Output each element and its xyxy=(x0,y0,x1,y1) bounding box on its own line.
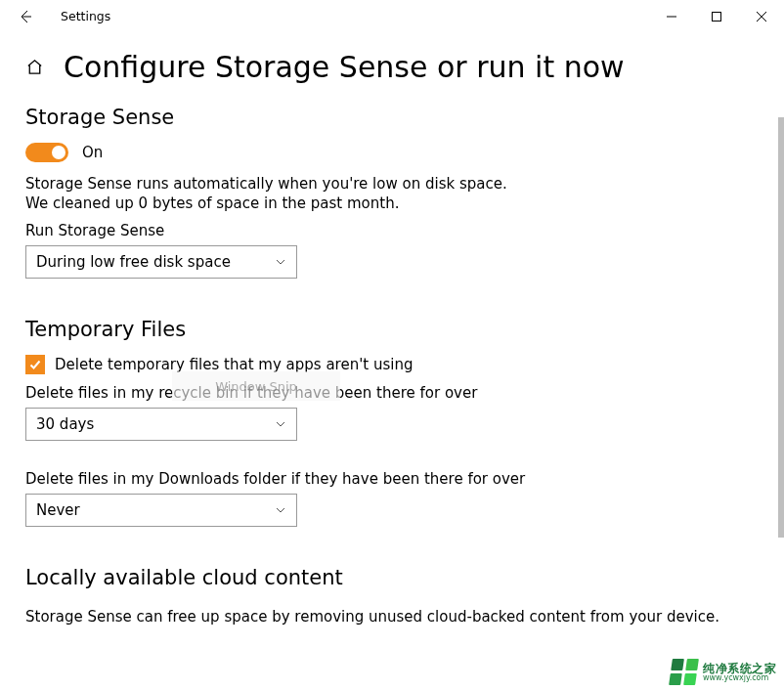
checkmark-icon xyxy=(28,358,42,371)
watermark-line1: 纯净系统之家 xyxy=(703,663,776,674)
delete-temp-checkbox[interactable] xyxy=(25,355,45,374)
page-title: Configure Storage Sense or run it now xyxy=(64,50,625,84)
close-button[interactable] xyxy=(739,0,784,32)
maximize-button[interactable] xyxy=(694,0,739,32)
back-arrow-icon xyxy=(18,9,33,24)
cloud-content-section: Locally available cloud content Storage … xyxy=(25,566,759,626)
downloads-dropdown[interactable]: Never xyxy=(25,494,297,527)
delete-temp-checkbox-row: Delete temporary files that my apps aren… xyxy=(25,355,759,374)
minimize-icon xyxy=(667,12,676,22)
chevron-down-icon xyxy=(275,256,286,268)
chevron-down-icon xyxy=(275,504,286,516)
temporary-files-section: Temporary Files Delete temporary files t… xyxy=(25,318,759,527)
run-storage-sense-label: Run Storage Sense xyxy=(25,222,759,239)
dropdown-value: Never xyxy=(36,501,275,519)
run-storage-sense-dropdown[interactable]: During low free disk space xyxy=(25,245,297,279)
desc-line-1: Storage Sense runs automatically when yo… xyxy=(25,175,507,193)
home-button[interactable] xyxy=(25,58,44,76)
dropdown-value: During low free disk space xyxy=(36,253,275,271)
desc-line-2: We cleaned up 0 bytes of space in the pa… xyxy=(25,194,399,212)
home-icon xyxy=(25,58,44,76)
storage-sense-section: Storage Sense On Storage Sense runs auto… xyxy=(25,106,759,279)
page-header: Configure Storage Sense or run it now xyxy=(25,50,759,84)
dropdown-value: 30 days xyxy=(36,415,275,433)
maximize-icon xyxy=(712,12,721,22)
delete-temp-label: Delete temporary files that my apps aren… xyxy=(55,356,413,373)
window-title: Settings xyxy=(51,9,110,23)
storage-sense-toggle[interactable] xyxy=(25,143,68,162)
titlebar: Settings xyxy=(0,0,784,32)
svg-rect-0 xyxy=(713,12,721,21)
toggle-knob xyxy=(52,146,65,159)
cloud-content-desc: Storage Sense can free up space by remov… xyxy=(25,607,759,626)
toggle-state-label: On xyxy=(82,144,103,161)
recycle-bin-dropdown[interactable]: 30 days xyxy=(25,408,297,441)
watermark-logo-icon xyxy=(669,659,699,685)
back-button[interactable] xyxy=(0,0,51,32)
chevron-down-icon xyxy=(275,418,286,430)
minimize-button[interactable] xyxy=(649,0,694,32)
watermark-line2: www.ycwxjy.com xyxy=(703,674,776,682)
watermark: 纯净系统之家 www.ycwxjy.com xyxy=(671,659,776,685)
storage-sense-toggle-row: On xyxy=(25,143,759,162)
content-area: Configure Storage Sense or run it now St… xyxy=(0,32,784,626)
recycle-bin-label: Delete files in my recycle bin if they h… xyxy=(25,384,759,402)
storage-sense-title: Storage Sense xyxy=(25,106,759,129)
storage-sense-desc: Storage Sense runs automatically when yo… xyxy=(25,174,759,214)
temporary-files-title: Temporary Files xyxy=(25,318,759,341)
downloads-label: Delete files in my Downloads folder if t… xyxy=(25,470,759,488)
cloud-content-title: Locally available cloud content xyxy=(25,566,759,589)
scrollbar[interactable] xyxy=(778,117,784,538)
close-icon xyxy=(757,12,766,22)
